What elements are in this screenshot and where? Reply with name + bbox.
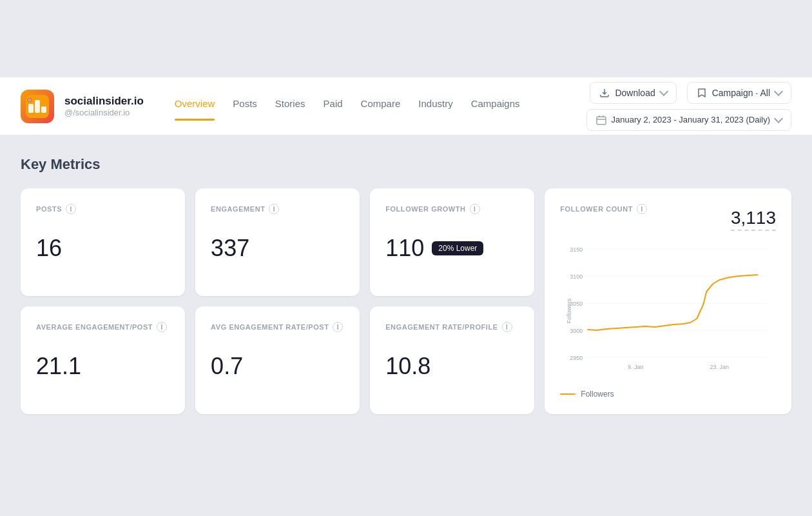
svg-text:23. Jan: 23. Jan: [710, 364, 730, 370]
info-icon-engagement-rate-profile[interactable]: i: [502, 322, 512, 332]
info-icon-avg-engagement-post[interactable]: i: [157, 322, 167, 332]
svg-rect-7: [597, 117, 606, 124]
metric-value-avg-engagement-rate-post: 0.7: [211, 353, 344, 380]
metric-card-avg-engagement-rate-post: AVG ENGAGEMENT RATE/POST i 0.7: [195, 306, 360, 414]
top-bar: [0, 0, 812, 77]
metric-label-follower-growth: FOLLOWER GROWTH i: [385, 204, 519, 214]
metric-value-follower-growth: 110: [385, 235, 424, 262]
metric-label-engagement: ENGAGEMENT i: [211, 204, 344, 214]
nav-links: Overview Posts Stories Paid Compare Indu…: [175, 98, 520, 114]
nav-item-overview[interactable]: Overview: [175, 98, 215, 114]
campaign-button[interactable]: Campaign · All: [687, 82, 791, 104]
metric-label-avg-engagement-rate-post: AVG ENGAGEMENT RATE/POST i: [211, 322, 344, 332]
nav-item-stories[interactable]: Stories: [275, 98, 305, 114]
metric-card-follower-count: FOLLOWER COUNT i 3,113 3150 3100 3050 30…: [545, 188, 791, 414]
download-label: Download: [615, 88, 655, 98]
content: Key Metrics POSTS i 16 ENGAGEMENT i 337 …: [0, 135, 812, 435]
metric-value-avg-engagement-post: 21.1: [36, 353, 169, 380]
nav-item-posts[interactable]: Posts: [233, 98, 257, 114]
svg-text:3000: 3000: [570, 328, 583, 334]
metric-value-posts: 16: [36, 235, 169, 262]
metric-label-follower-count: FOLLOWER COUNT i: [560, 204, 647, 214]
legend-label: Followers: [581, 390, 614, 399]
metric-card-follower-growth: FOLLOWER GROWTH i 110 20% Lower: [370, 188, 534, 296]
date-chevron: [774, 114, 783, 123]
profile-name: socialinsider.io: [64, 95, 144, 108]
metric-label-avg-engagement-post: AVERAGE ENGAGEMENT/POST i: [36, 322, 169, 332]
svg-text:Followers: Followers: [566, 298, 573, 323]
info-icon-avg-engagement-rate-post[interactable]: i: [333, 322, 343, 332]
bookmark-icon: [697, 88, 707, 98]
info-icon-engagement[interactable]: i: [269, 204, 279, 214]
chart-wrapper: 3150 3100 3050 3000 2950 Followers: [560, 240, 776, 399]
follower-count-header: FOLLOWER COUNT i 3,113: [560, 204, 776, 235]
follower-chart: 3150 3100 3050 3000 2950 Followers: [560, 240, 776, 382]
svg-text:3100: 3100: [570, 273, 583, 280]
nav-item-industry[interactable]: Industry: [418, 98, 452, 114]
download-chevron: [659, 87, 668, 96]
chart-legend: Followers: [560, 390, 776, 399]
nav-item-paid[interactable]: Paid: [324, 98, 343, 114]
download-button[interactable]: Download: [590, 82, 676, 104]
svg-text:3150: 3150: [570, 246, 583, 253]
calendar-icon: [596, 115, 606, 125]
nav-item-compare[interactable]: Compare: [361, 98, 401, 114]
profile-info: socialinsider.io @/socialinsider.io: [64, 95, 144, 117]
svg-point-6: [29, 99, 30, 101]
follower-growth-value-group: 110 20% Lower: [385, 235, 519, 262]
avatar: [21, 90, 54, 123]
svg-text:2950: 2950: [570, 355, 583, 361]
info-icon-follower-growth[interactable]: i: [470, 204, 480, 214]
svg-rect-3: [41, 106, 46, 113]
follower-count-value: 3,113: [731, 208, 776, 231]
header-controls: Download Campaign · All: [590, 82, 791, 104]
download-icon: [599, 88, 610, 98]
badge-lower: 20% Lower: [432, 241, 483, 255]
info-icon-posts[interactable]: i: [66, 204, 76, 214]
metric-card-posts: POSTS i 16: [21, 188, 185, 296]
metric-card-engagement: ENGAGEMENT i 337: [195, 188, 360, 296]
metric-value-engagement: 337: [211, 235, 344, 262]
metric-label-engagement-rate-profile: ENGAGEMENT RATE/PROFILE i: [385, 322, 519, 332]
legend-line: [560, 393, 575, 395]
metric-value-engagement-rate-profile: 10.8: [385, 353, 519, 380]
date-range-label: January 2, 2023 - January 31, 2023 (Dail…: [612, 115, 770, 124]
campaign-chevron: [774, 87, 783, 96]
campaign-label: Campaign · All: [712, 88, 770, 98]
info-icon-follower-count[interactable]: i: [637, 204, 647, 214]
metric-card-engagement-rate-profile: ENGAGEMENT RATE/PROFILE i 10.8: [370, 306, 534, 414]
svg-rect-1: [28, 104, 34, 113]
header-right: Download Campaign · All January 2, 2023 …: [586, 82, 791, 131]
profile-handle: @/socialinsider.io: [64, 108, 144, 117]
date-range-button[interactable]: January 2, 2023 - January 31, 2023 (Dail…: [586, 109, 791, 131]
metrics-grid: POSTS i 16 ENGAGEMENT i 337 FOLLOWER GRO…: [21, 188, 791, 414]
section-title: Key Metrics: [21, 156, 791, 173]
svg-rect-2: [35, 100, 40, 113]
header: socialinsider.io @/socialinsider.io Over…: [0, 77, 812, 135]
metric-card-avg-engagement-post: AVERAGE ENGAGEMENT/POST i 21.1: [21, 306, 185, 414]
header-left: socialinsider.io @/socialinsider.io Over…: [21, 90, 520, 123]
metric-label-posts: POSTS i: [36, 204, 169, 214]
nav-item-campaigns[interactable]: Campaigns: [471, 98, 520, 114]
svg-text:9. Jan: 9. Jan: [628, 364, 644, 370]
